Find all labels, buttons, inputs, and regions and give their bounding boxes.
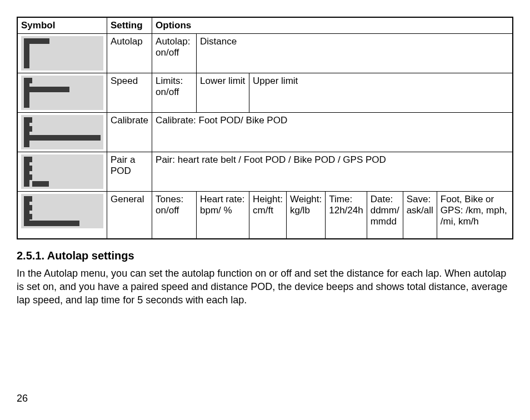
symbol-autolap-icon (21, 36, 103, 71)
symbol-pair-icon (21, 154, 103, 189)
section-heading: 2.5.1. Autolap settings (17, 249, 513, 262)
col-symbol: Symbol (17, 17, 107, 34)
cell-options: Foot, Bike or GPS: /km, mph, /mi, km/h (437, 192, 513, 239)
symbol-calibrate-icon (21, 115, 103, 149)
cell-options: Limits: on/off (152, 73, 197, 113)
settings-table: Symbol Setting Options Autolap Autolap: … (17, 17, 513, 239)
setting-autolap: Autolap (107, 34, 152, 73)
col-options: Options (152, 17, 513, 34)
cell-options: Save: ask/all (403, 192, 437, 239)
setting-general: General (107, 192, 152, 239)
cell-options: Autolap: on/off (152, 34, 197, 73)
cell-options: Height: cm/ft (249, 192, 287, 239)
section-body: In the Autolap menu, you can set the aut… (17, 267, 513, 307)
table-row: Pair a POD Pair: heart rate belt / Foot … (17, 152, 513, 192)
table-row: General Tones: on/off Heart rate: bpm/ %… (17, 192, 513, 239)
cell-options: Pair: heart rate belt / Foot POD / Bike … (152, 152, 513, 192)
setting-pair: Pair a POD (107, 152, 152, 192)
cell-options: Heart rate: bpm/ % (197, 192, 249, 239)
setting-speed: Speed (107, 73, 152, 113)
cell-options: Distance (197, 34, 513, 73)
cell-options: Time: 12h/24h (326, 192, 367, 239)
table-row: Calibrate Calibrate: Foot POD/ Bike POD (17, 113, 513, 152)
page-number: 26 (17, 393, 28, 404)
symbol-general-icon (21, 194, 103, 228)
col-setting: Setting (107, 17, 152, 34)
cell-options: Calibrate: Foot POD/ Bike POD (152, 113, 513, 152)
cell-options: Upper limit (249, 73, 513, 113)
cell-options: Lower limit (197, 73, 249, 113)
table-row: Speed Limits: on/off Lower limit Upper l… (17, 73, 513, 113)
cell-options: Tones: on/off (152, 192, 197, 239)
setting-calibrate: Calibrate (107, 113, 152, 152)
table-row: Autolap Autolap: on/off Distance (17, 34, 513, 73)
cell-options: Date: ddmm/ mmdd (367, 192, 403, 239)
cell-options: Weight: kg/lb (286, 192, 325, 239)
symbol-speed-icon (21, 76, 103, 110)
